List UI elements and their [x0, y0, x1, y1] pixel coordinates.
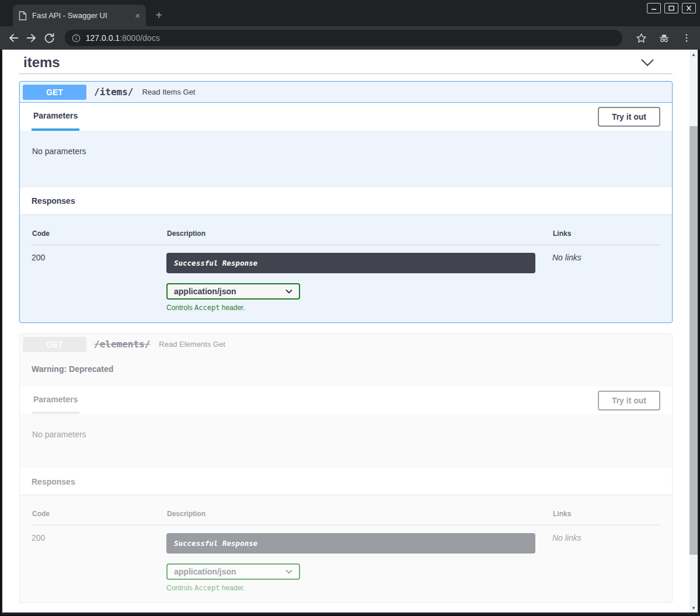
parameters-header: Parameters Try it out: [20, 103, 672, 131]
deprecated-warning: Warning: Deprecated: [20, 354, 672, 387]
endpoint-summary: Read Elements Get: [159, 340, 225, 349]
hint-suffix: header.: [220, 304, 245, 312]
parameters-label: Parameters: [33, 111, 78, 120]
tag-section-header[interactable]: items: [19, 50, 673, 74]
forward-icon[interactable]: [24, 30, 39, 46]
accept-header-hint: Controls Accept header.: [166, 304, 552, 312]
response-links: No links: [552, 253, 660, 312]
hint-prefix: Controls: [166, 584, 194, 592]
browser-toolbar: 127.0.0.1:8000/docs: [0, 26, 700, 50]
response-code: 200: [32, 253, 166, 312]
response-description: Successful Response: [166, 253, 535, 273]
responses-header: Responses: [20, 468, 672, 495]
menu-kebab-icon[interactable]: [679, 30, 694, 46]
media-type-select[interactable]: application/json: [166, 283, 300, 300]
section-title: items: [23, 54, 60, 71]
col-links: Links: [553, 229, 660, 238]
responses-table: Code Description Links 200 Successful Re…: [20, 495, 672, 603]
page-favicon-icon: [19, 11, 27, 20]
toolbar-right: [633, 30, 694, 46]
response-description-cell: Successful Response application/json Con…: [166, 253, 552, 312]
col-links: Links: [553, 510, 660, 518]
response-row-200: 200 Successful Response application/json…: [32, 525, 660, 592]
response-row-200: 200 Successful Response application/json…: [32, 245, 660, 312]
col-description: Description: [167, 510, 553, 518]
close-button[interactable]: [682, 3, 696, 13]
url-text: 127.0.0.1:8000/docs: [86, 33, 160, 43]
opblock-summary[interactable]: GET /elements/ Read Elements Get: [20, 334, 672, 354]
response-links: No links: [552, 533, 660, 592]
tab-title: Fast API - Swagger UI: [32, 11, 130, 20]
incognito-icon: [656, 30, 671, 46]
method-badge: GET: [23, 85, 86, 100]
response-description: Successful Response: [166, 533, 535, 554]
media-type-value: application/json: [174, 567, 236, 576]
endpoint-path: /elements/: [94, 339, 150, 350]
select-chevron-icon: [285, 289, 292, 294]
hint-accept: Accept: [194, 584, 220, 592]
url-host: 127.0.0.1: [86, 33, 120, 43]
parameters-header: Parameters Try it out: [20, 387, 672, 414]
try-it-out-button[interactable]: Try it out: [598, 107, 660, 127]
accept-header-hint: Controls Accept header.: [166, 584, 552, 592]
scroll-up-icon[interactable]: ▲: [689, 50, 698, 58]
scrollbar-thumb[interactable]: [689, 126, 698, 555]
hint-suffix: header.: [220, 584, 245, 592]
hint-prefix: Controls: [166, 304, 194, 312]
response-code: 200: [32, 533, 166, 592]
col-code: Code: [32, 510, 167, 518]
new-tab-button[interactable]: +: [151, 7, 167, 23]
responses-table-head: Code Description Links: [32, 229, 660, 245]
responses-table: Code Description Links 200 Successful Re…: [20, 214, 672, 322]
select-chevron-icon: [285, 569, 292, 574]
url-path: :8000/docs: [120, 33, 160, 43]
endpoint-summary: Read Items Get: [142, 88, 195, 96]
browser-tab[interactable]: Fast API - Swagger UI ×: [13, 5, 146, 26]
no-parameters-text: No parameters: [20, 131, 672, 187]
tab-parameters: Parameters: [32, 387, 79, 414]
browser-window: Fast API - Swagger UI × +: [0, 0, 700, 616]
address-bar[interactable]: 127.0.0.1:8000/docs: [65, 30, 622, 46]
minimize-button[interactable]: [647, 3, 661, 13]
opblock-get-elements-deprecated: GET /elements/ Read Elements Get Warning…: [19, 333, 673, 603]
swagger-page: items GET /items/ Read Items Get Paramet…: [2, 50, 689, 612]
responses-table-head: Code Description Links: [32, 510, 660, 525]
tab-close-icon[interactable]: ×: [135, 11, 140, 20]
col-code: Code: [32, 229, 167, 238]
try-it-out-button[interactable]: Try it out: [598, 391, 660, 410]
chevron-down-icon[interactable]: [640, 58, 654, 67]
opblock-summary[interactable]: GET /items/ Read Items Get: [20, 82, 672, 103]
responses-header: Responses: [20, 187, 672, 214]
window-controls: [647, 3, 696, 13]
maximize-button[interactable]: [664, 3, 678, 13]
tab-parameters: Parameters: [32, 103, 79, 131]
endpoint-path: /items/: [94, 86, 133, 98]
parameters-label: Parameters: [33, 395, 78, 404]
hint-accept: Accept: [194, 304, 220, 312]
bookmark-star-icon[interactable]: [633, 30, 649, 46]
reload-icon[interactable]: [42, 30, 57, 46]
opblock-get-items: GET /items/ Read Items Get Parameters Tr…: [19, 81, 673, 323]
scroll-down-icon[interactable]: ▼: [689, 604, 698, 612]
media-type-value: application/json: [174, 287, 236, 296]
no-parameters-text: No parameters: [20, 414, 672, 468]
back-icon[interactable]: [6, 30, 21, 46]
browser-titlebar: Fast API - Swagger UI × +: [0, 0, 700, 26]
vertical-scrollbar[interactable]: ▲ ▼: [689, 50, 698, 612]
method-badge: GET: [23, 337, 86, 352]
response-description-cell: Successful Response application/json Con…: [166, 533, 552, 592]
col-description: Description: [167, 229, 553, 238]
media-type-select[interactable]: application/json: [166, 563, 300, 580]
site-info-icon[interactable]: [72, 34, 81, 43]
